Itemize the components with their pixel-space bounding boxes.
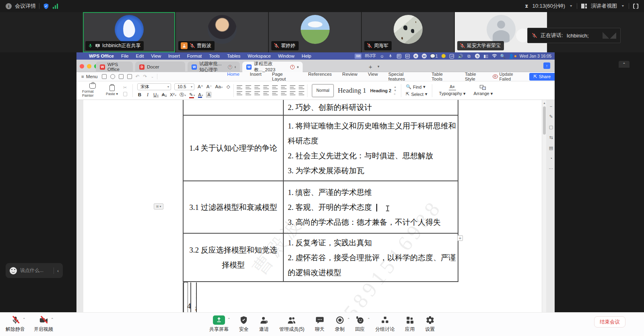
borders-icon[interactable] bbox=[299, 91, 304, 96]
align-right-icon[interactable] bbox=[254, 91, 260, 96]
chevron-up-icon[interactable]: ⌃ bbox=[367, 317, 370, 321]
control-gear-button[interactable]: 设置 bbox=[425, 315, 435, 333]
macos-menu-item[interactable]: Workspace bbox=[244, 54, 274, 58]
collapse-chat-icon[interactable]: ‹ bbox=[57, 268, 59, 273]
timer-dropdown-icon[interactable]: ▼ bbox=[569, 4, 573, 8]
character-shading-button[interactable]: A bbox=[206, 92, 211, 97]
bullets-icon[interactable] bbox=[237, 85, 242, 90]
align-center-icon[interactable] bbox=[246, 91, 251, 96]
macos-menu-item[interactable]: Tables bbox=[223, 54, 244, 58]
cut-icon[interactable]: ✂ bbox=[123, 85, 127, 90]
numbering-icon[interactable] bbox=[246, 85, 251, 90]
wps-side-toolbar[interactable]: −✎ ▢⇆ ▤◔ ⋯ bbox=[547, 104, 555, 171]
bold-button[interactable]: B bbox=[137, 92, 142, 97]
participant-tile[interactable]: 曹殿波 bbox=[176, 12, 268, 52]
table-handle-icon[interactable]: ⊞ ▾ bbox=[154, 203, 163, 209]
chat-input-placeholder[interactable]: 说点什么... bbox=[20, 267, 43, 274]
ribbon-tab-table-style[interactable]: Table Style bbox=[460, 71, 493, 83]
strikethrough-button[interactable]: A▾ bbox=[162, 92, 167, 97]
battery-status-icon[interactable]: ▮▯ bbox=[483, 54, 489, 59]
character-border-button[interactable]: Ⓐ▾ bbox=[180, 92, 186, 98]
control-record-button[interactable]: ⌃录制 bbox=[335, 315, 345, 333]
ribbon-tab-table-tools[interactable]: Table Tools bbox=[426, 71, 460, 83]
para-shading-icon[interactable] bbox=[290, 91, 295, 96]
macos-menu-item[interactable]: Format bbox=[184, 54, 205, 58]
table-cell-topic[interactable]: 1.4 关于认知心理学的争论 bbox=[183, 116, 284, 180]
meeting-timer[interactable]: 10:13(60分钟) bbox=[533, 2, 566, 10]
mic-status-icon[interactable] bbox=[388, 54, 393, 59]
wps-status-icon[interactable]: W bbox=[405, 54, 410, 59]
macos-menu-item[interactable]: Window bbox=[275, 54, 298, 58]
indent-icon[interactable] bbox=[263, 85, 269, 90]
collapse-strip-button[interactable]: ⌃ bbox=[619, 61, 630, 68]
font-size-combobox[interactable]: 10.5▾ bbox=[174, 83, 194, 90]
select-button[interactable]: ⇱ Select ▾ bbox=[406, 91, 427, 97]
s-status-icon[interactable]: S bbox=[475, 54, 480, 59]
fullscreen-icon[interactable] bbox=[633, 4, 638, 9]
dot-status-icon[interactable] bbox=[441, 54, 446, 59]
word-app-icon[interactable]: W bbox=[422, 54, 427, 59]
view-mode-label[interactable]: 演讲者视图 bbox=[591, 2, 617, 10]
outdent-icon[interactable] bbox=[254, 85, 260, 90]
new-tab-button[interactable]: + bbox=[369, 63, 372, 70]
font-color-button[interactable]: A▾ bbox=[198, 92, 203, 97]
control-shield-button[interactable]: 安全 bbox=[239, 315, 249, 333]
phonetic-icon[interactable] bbox=[272, 85, 278, 90]
chevron-up-icon[interactable]: ⌃ bbox=[227, 317, 231, 321]
font-name-combobox[interactable]: 宋体▾ bbox=[137, 83, 171, 90]
table-cell-points[interactable]: 1. 弘扬中华民族优秀的文化传统：中华人民优良品质的传承 bbox=[191, 282, 197, 313]
table-cell-points[interactable]: 1. 缜密、严谨的学术思维2. 客观、开明的学术态度3. 高尚的学术品德：德才兼… bbox=[284, 181, 458, 233]
align-left-icon[interactable] bbox=[237, 91, 242, 96]
grid-align-icon[interactable] bbox=[272, 91, 278, 96]
document-page[interactable]: 曹殿波 15891516988 2. 巧妙、创新的科研设计1.4 关于认知心理学… bbox=[83, 100, 542, 313]
view-dropdown-icon[interactable]: ▼ bbox=[621, 4, 625, 8]
control-share-button[interactable]: ⌃共享屏幕 bbox=[209, 315, 229, 333]
ribbon-tab-page-layout[interactable]: Page Layout bbox=[267, 71, 303, 83]
participant-tile[interactable]: 霍婷婷 bbox=[269, 12, 361, 52]
typography-button[interactable]: A≡ Typography ▾ bbox=[439, 85, 466, 96]
display-status-icon[interactable]: ⧉ bbox=[466, 54, 472, 59]
ribbon-tab-home[interactable]: Home bbox=[222, 71, 245, 83]
find-button[interactable]: 🔍 Find ▾ bbox=[406, 84, 427, 89]
share-document-button[interactable]: ⇱ Share bbox=[529, 73, 555, 81]
table-cell-points[interactable]: 2. 巧妙、创新的科研设计 bbox=[284, 100, 458, 115]
ribbon-tab-view[interactable]: View bbox=[363, 71, 383, 83]
quick-chat-pill[interactable]: 说点什么... ‹ bbox=[6, 263, 63, 278]
sort-icon[interactable] bbox=[290, 85, 295, 90]
macos-menu-item[interactable]: Edit bbox=[132, 54, 148, 58]
style-heading2[interactable]: Heading 2 bbox=[370, 88, 392, 93]
superscript-button[interactable]: X²▾ bbox=[170, 92, 176, 97]
control-chat-button[interactable]: 聊天 bbox=[315, 315, 324, 333]
style-normal[interactable]: Normal bbox=[312, 84, 334, 97]
table-cell-topic[interactable]: 3.1 过滤器模型和衰减模型 bbox=[183, 181, 284, 233]
ribbon-tab-special-features[interactable]: Special features bbox=[383, 71, 427, 83]
menubar-clock[interactable]: Wed Jan 3 16:05 bbox=[520, 54, 551, 59]
ime-icon[interactable]: 田 bbox=[396, 54, 402, 59]
emoji-status-icon[interactable]: ☺ bbox=[380, 54, 385, 59]
meeting-details-label[interactable]: 会议详情 bbox=[15, 2, 36, 10]
textdir-icon[interactable] bbox=[281, 85, 287, 90]
control-invite-button[interactable]: 邀请 bbox=[259, 315, 269, 333]
chevron-up-icon[interactable]: ⌃ bbox=[347, 317, 350, 321]
youdao-status-icon[interactable]: yd bbox=[449, 54, 454, 59]
insert-row-button[interactable]: + bbox=[457, 235, 463, 241]
control-breakout-button[interactable]: 分组讨论 bbox=[375, 315, 394, 333]
macos-menu-item[interactable]: Insert bbox=[165, 54, 184, 58]
document-scrollbar[interactable]: ▲ bbox=[542, 100, 546, 313]
volume-status-icon[interactable]: 🔊 bbox=[458, 54, 463, 59]
tab-list-dropdown-icon[interactable]: ▾ bbox=[378, 64, 380, 68]
ribbon-tab-review[interactable]: Review bbox=[337, 71, 363, 83]
grow-font-button[interactable]: A⁺ bbox=[198, 84, 203, 89]
table-cell-topic[interactable]: 3.2 反应选择模型和知觉选择模型 bbox=[183, 234, 284, 281]
wifi-status-icon[interactable] bbox=[492, 54, 497, 59]
wps-upgrade-icon[interactable]: ↑ bbox=[543, 62, 550, 69]
emoji-icon[interactable] bbox=[10, 267, 17, 274]
copy-icon[interactable] bbox=[123, 92, 127, 96]
control-react-button[interactable]: ⌃回应 bbox=[355, 315, 365, 333]
encryption-shield-icon[interactable] bbox=[43, 3, 50, 10]
input-method-icon[interactable]: ⌨ bbox=[355, 54, 361, 59]
style-heading1[interactable]: Heading 1 bbox=[338, 87, 366, 95]
style-gallery-arrows[interactable]: ▲▼≡ bbox=[394, 85, 396, 95]
quick-access-toolbar[interactable]: ↶ ↷ ⌄ bbox=[102, 74, 158, 79]
wps-menu-button[interactable]: ≡ Menu bbox=[76, 74, 102, 79]
